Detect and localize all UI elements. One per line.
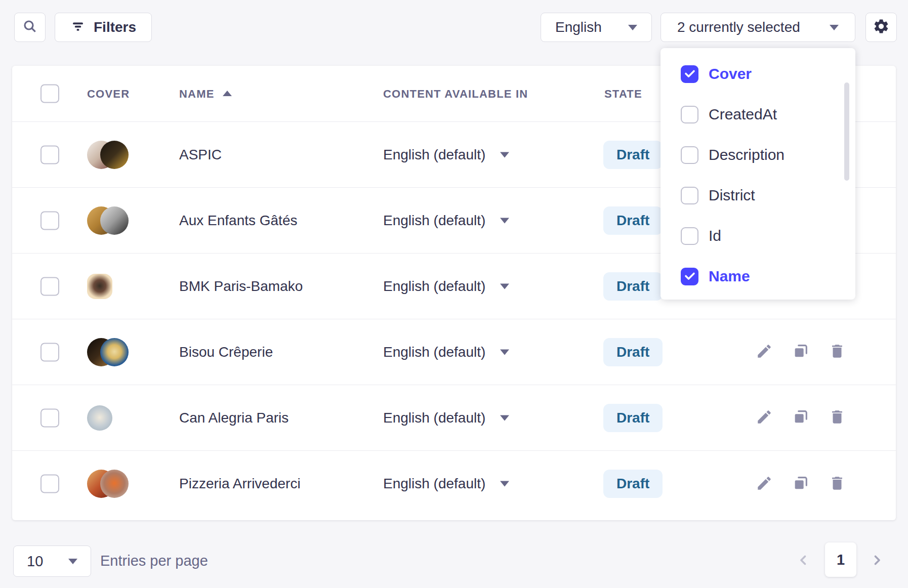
caret-down-icon[interactable] xyxy=(500,415,509,421)
column-toggle-item[interactable]: Name xyxy=(661,256,855,297)
settings-button[interactable] xyxy=(865,13,897,42)
filters-button-label: Filters xyxy=(94,19,136,35)
name-cell: Aux Enfants Gâtés xyxy=(179,213,297,229)
locale-select[interactable]: English (default) xyxy=(383,410,485,426)
status-badge: Draft xyxy=(603,404,663,432)
column-toggle-item[interactable]: CreatedAt xyxy=(661,94,855,135)
search-icon xyxy=(22,18,38,36)
previous-page-button[interactable] xyxy=(794,544,814,577)
column-header-cover[interactable]: COVER xyxy=(87,66,130,122)
row-actions xyxy=(754,342,847,362)
column-settings-list: Cover CreatedAt Description District Id xyxy=(661,54,855,297)
column-toggle-label: Description xyxy=(709,146,785,163)
column-header-state[interactable]: STATE xyxy=(604,66,642,122)
edit-button[interactable] xyxy=(754,342,774,362)
page-1-button[interactable]: 1 xyxy=(825,542,856,577)
edit-button[interactable] xyxy=(754,474,774,494)
column-toggle-item[interactable]: Cover xyxy=(661,54,855,94)
column-settings-value: 2 currently selected xyxy=(677,19,800,35)
column-checkbox[interactable] xyxy=(681,187,698,204)
trash-icon xyxy=(829,475,846,493)
trash-button[interactable] xyxy=(827,408,847,428)
row-checkbox[interactable] xyxy=(40,408,59,427)
chevron-left-icon xyxy=(796,553,811,569)
search-button[interactable] xyxy=(14,13,46,42)
row-checkbox[interactable] xyxy=(40,475,59,493)
trash-icon xyxy=(829,343,846,361)
column-settings-select[interactable]: 2 currently selected xyxy=(661,13,855,42)
name-cell: Pizzeria Arrivederci xyxy=(179,476,301,492)
cover-cell xyxy=(87,404,140,432)
table-row[interactable]: Can Alegria Paris English (default) Draf… xyxy=(12,385,896,451)
column-toggle-label: District xyxy=(709,187,755,204)
trash-button[interactable] xyxy=(827,342,847,362)
cover-cell xyxy=(87,272,140,301)
row-checkbox[interactable] xyxy=(40,277,59,296)
column-settings-dropdown: Cover CreatedAt Description District Id xyxy=(661,48,855,300)
select-all-checkbox[interactable] xyxy=(40,85,59,103)
cover-image xyxy=(100,470,129,498)
cover-cell xyxy=(87,141,140,169)
entries-per-page-label: Entries per page xyxy=(100,553,208,569)
name-cell: Can Alegria Paris xyxy=(179,410,288,426)
caret-down-icon[interactable] xyxy=(500,283,509,289)
column-toggle-label: CreatedAt xyxy=(709,106,777,123)
locale-select[interactable]: English (default) xyxy=(383,213,485,229)
column-checkbox[interactable] xyxy=(681,65,698,83)
column-checkbox[interactable] xyxy=(681,146,698,164)
column-toggle-item[interactable]: District xyxy=(661,175,855,216)
duplicate-icon xyxy=(792,475,809,493)
locale-select[interactable]: English (default) xyxy=(383,476,485,492)
row-checkbox[interactable] xyxy=(40,211,59,230)
language-select[interactable]: English xyxy=(541,13,652,42)
column-checkbox[interactable] xyxy=(681,106,698,123)
column-toggle-label: Name xyxy=(709,268,750,285)
row-checkbox[interactable] xyxy=(40,343,59,361)
dropdown-scrollbar[interactable] xyxy=(844,82,849,181)
page-size-select[interactable]: 10 xyxy=(13,545,91,577)
page-size-value: 10 xyxy=(27,553,43,570)
duplicate-button[interactable] xyxy=(791,408,811,428)
row-checkbox[interactable] xyxy=(40,145,59,164)
caret-down-icon[interactable] xyxy=(500,152,509,157)
column-toggle-item[interactable]: Description xyxy=(661,135,855,175)
trash-button[interactable] xyxy=(827,474,847,494)
status-badge: Draft xyxy=(603,338,663,366)
status-badge: Draft xyxy=(603,470,663,498)
cover-image xyxy=(100,141,129,169)
locale-select[interactable]: English (default) xyxy=(383,278,485,295)
name-cell: BMK Paris-Bamako xyxy=(179,278,303,295)
locale-select[interactable]: English (default) xyxy=(383,147,485,163)
column-header-name[interactable]: NAME xyxy=(179,66,232,122)
cover-cell xyxy=(87,470,140,498)
table-row[interactable]: Bisou Crêperie English (default) Draft xyxy=(12,319,896,385)
column-toggle-item[interactable]: Id xyxy=(661,216,855,256)
column-toggle-label: Cover xyxy=(709,65,752,82)
column-header-content-available-in[interactable]: CONTENT AVAILABLE IN xyxy=(383,66,528,122)
next-page-button[interactable] xyxy=(866,544,887,577)
name-cell: Bisou Crêperie xyxy=(179,344,273,360)
cover-image xyxy=(87,405,112,431)
caret-down-icon[interactable] xyxy=(500,218,509,223)
row-actions xyxy=(754,474,847,494)
edit-button[interactable] xyxy=(754,408,774,428)
column-checkbox[interactable] xyxy=(681,227,698,245)
sort-ascending-icon xyxy=(223,91,232,96)
filters-button[interactable]: Filters xyxy=(55,13,152,42)
trash-icon xyxy=(829,408,846,427)
caret-down-icon xyxy=(68,559,77,564)
duplicate-button[interactable] xyxy=(791,474,811,494)
locale-select[interactable]: English (default) xyxy=(383,344,485,360)
duplicate-button[interactable] xyxy=(791,342,811,362)
caret-down-icon[interactable] xyxy=(500,481,509,487)
caret-down-icon xyxy=(830,25,839,30)
edit-pencil-icon xyxy=(756,408,773,427)
status-badge: Draft xyxy=(603,206,663,235)
caret-down-icon[interactable] xyxy=(500,349,509,355)
language-select-value: English xyxy=(555,19,602,35)
row-actions xyxy=(754,408,847,428)
cover-image xyxy=(87,274,112,299)
table-row[interactable]: Pizzeria Arrivederci English (default) D… xyxy=(12,451,896,517)
column-checkbox[interactable] xyxy=(681,268,698,285)
edit-pencil-icon xyxy=(756,475,773,493)
